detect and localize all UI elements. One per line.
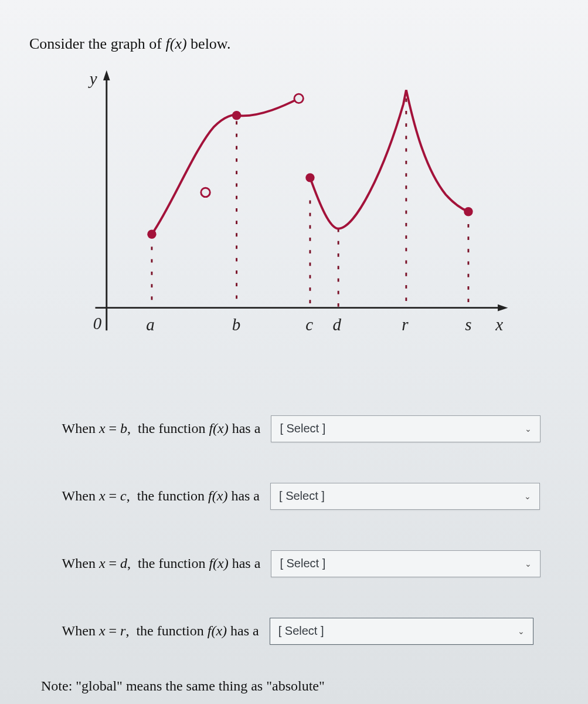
curve-segment-1: [152, 99, 299, 234]
tick-r: r: [402, 315, 409, 334]
prompt-pre: Consider the graph of: [29, 35, 166, 52]
question-text-b: When x = b, the function f(x) has a: [41, 405, 260, 452]
question-text-c: When x = c, the function f(x) has a: [41, 472, 260, 520]
curve-segment-2b: [406, 90, 468, 211]
select-r[interactable]: [ Select ] ⌄: [270, 618, 533, 645]
question-row-c: When x = c, the function f(x) has a [ Se…: [41, 472, 570, 520]
tick-lines: [152, 99, 468, 308]
question-text-d: When x = d, the function f(x) has a: [41, 540, 260, 587]
svg-point-11: [201, 188, 210, 197]
question-row-d: When x = d, the function f(x) has a [ Se…: [41, 540, 570, 587]
svg-marker-1: [103, 70, 110, 80]
svg-point-13: [294, 94, 303, 103]
tick-s: s: [465, 315, 471, 334]
tick-a: a: [146, 315, 154, 334]
select-c[interactable]: [ Select ] ⌄: [270, 483, 540, 510]
svg-point-14: [305, 173, 314, 182]
tick-b: b: [232, 315, 240, 334]
prompt-text: Consider the graph of f(x) below.: [29, 35, 570, 53]
question-card: Consider the graph of f(x) below. y 0 x: [0, 0, 588, 704]
svg-point-12: [232, 111, 241, 120]
curve-points: [147, 94, 473, 239]
tick-labels: a b c d r s: [146, 315, 471, 334]
svg-point-15: [464, 207, 473, 216]
select-c-value: [ Select ]: [279, 489, 325, 503]
chevron-down-icon: ⌄: [525, 424, 532, 434]
graph-svg: y 0 x a b c d r s: [64, 65, 522, 381]
graph: y 0 x a b c d r s: [64, 65, 522, 381]
prompt-fn: f(x): [166, 35, 187, 52]
axes: y 0 x: [88, 69, 508, 334]
svg-point-10: [147, 230, 156, 239]
question-row-b: When x = b, the function f(x) has a [ Se…: [41, 405, 570, 452]
chevron-down-icon: ⌄: [518, 627, 525, 636]
select-d[interactable]: [ Select ] ⌄: [271, 550, 541, 577]
tick-c: c: [305, 315, 313, 334]
select-d-value: [ Select ]: [280, 557, 325, 570]
question-text-r: When x = r, the function f(x) has a: [41, 607, 259, 655]
svg-marker-3: [498, 304, 508, 312]
y-axis-label: y: [88, 69, 97, 88]
x-axis-label: x: [495, 315, 503, 334]
prompt-post: below.: [187, 35, 231, 52]
question-row-r: When x = r, the function f(x) has a [ Se…: [41, 607, 570, 655]
chevron-down-icon: ⌄: [524, 492, 531, 501]
select-b-value: [ Select ]: [280, 422, 325, 435]
select-b[interactable]: [ Select ] ⌄: [271, 415, 541, 442]
select-r-value: [ Select ]: [278, 624, 324, 638]
curve-segment-2a: [310, 90, 406, 228]
origin-label: 0: [93, 314, 102, 333]
note-text: Note: "global" means the same thing as "…: [41, 678, 570, 694]
tick-d: d: [333, 315, 342, 334]
chevron-down-icon: ⌄: [525, 559, 532, 568]
